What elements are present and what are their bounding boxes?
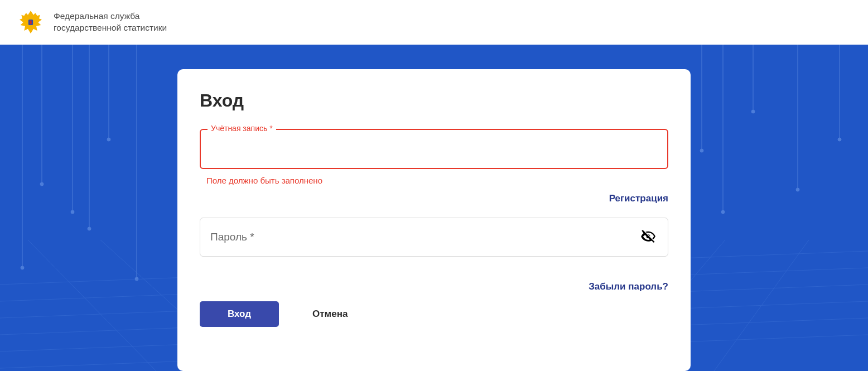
org-name-line2: государственной статистики bbox=[54, 22, 167, 34]
svg-point-2 bbox=[21, 266, 24, 269]
register-row: Регистрация bbox=[200, 193, 668, 204]
emblem-icon bbox=[17, 8, 45, 36]
login-title: Вход bbox=[200, 90, 668, 111]
svg-point-4 bbox=[40, 182, 44, 186]
svg-point-22 bbox=[838, 138, 841, 141]
app-header: Федеральная служба государственной стати… bbox=[0, 0, 868, 45]
login-card: Вход Учётная запись * Поле должно быть з… bbox=[177, 69, 691, 371]
svg-point-6 bbox=[71, 210, 74, 214]
login-background: Вход Учётная запись * Поле должно быть з… bbox=[0, 45, 868, 371]
account-error-text: Поле должно быть заполнено bbox=[206, 176, 668, 185]
org-name: Федеральная служба государственной стати… bbox=[54, 11, 167, 34]
eye-off-icon bbox=[640, 229, 656, 246]
org-name-line1: Федеральная служба bbox=[54, 11, 167, 22]
svg-point-16 bbox=[721, 210, 725, 214]
action-row: Вход Отмена bbox=[200, 301, 668, 327]
account-label: Учётная запись * bbox=[208, 124, 276, 133]
login-button[interactable]: Вход bbox=[200, 301, 279, 327]
account-input[interactable] bbox=[200, 129, 668, 169]
svg-point-14 bbox=[700, 149, 703, 152]
toggle-password-visibility-button[interactable] bbox=[637, 225, 659, 249]
svg-point-10 bbox=[107, 138, 110, 141]
forgot-password-link[interactable]: Забыли пароль? bbox=[589, 281, 668, 292]
cancel-button[interactable]: Отмена bbox=[312, 309, 348, 320]
password-input[interactable] bbox=[200, 218, 668, 257]
password-field-wrapper bbox=[200, 218, 668, 257]
forgot-row: Забыли пароль? bbox=[200, 281, 668, 292]
account-field-wrapper: Учётная запись * bbox=[200, 129, 668, 169]
svg-point-8 bbox=[88, 227, 91, 230]
svg-point-20 bbox=[796, 188, 799, 191]
svg-point-18 bbox=[751, 110, 755, 113]
register-link[interactable]: Регистрация bbox=[609, 193, 668, 204]
